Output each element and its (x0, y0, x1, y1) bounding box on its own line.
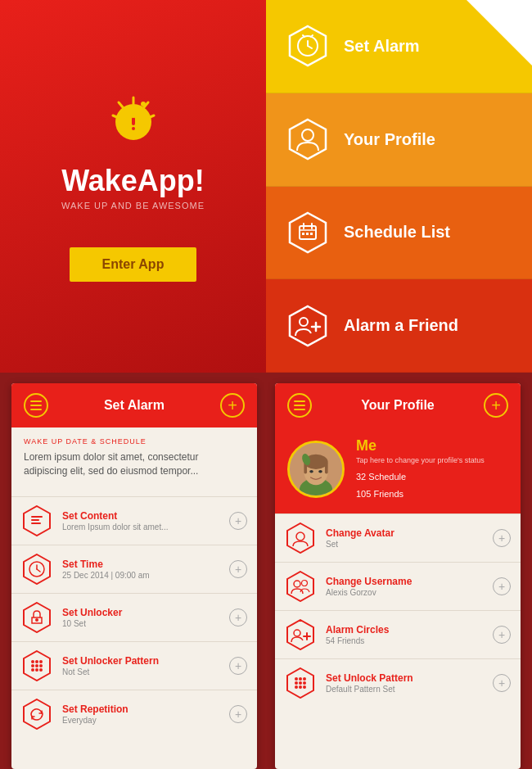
svg-rect-36 (31, 516, 43, 518)
menu-your-profile-label: Your Profile (344, 130, 435, 149)
svg-rect-56 (294, 400, 305, 402)
profile-screen-title: Your Profile (361, 398, 435, 413)
set-unlock-pattern-sub: Default Pattern Set (326, 685, 493, 694)
set-unlock-pattern-icon (285, 667, 316, 699)
alarm-circles-sub: 54 Friends (326, 636, 493, 645)
profile-friends-count: 105 Friends (356, 487, 485, 501)
profile-avatar[interactable] (287, 441, 345, 498)
profile-menu-icon[interactable] (287, 393, 312, 418)
menu-item-alarm-friend[interactable]: Alarm a Friend (266, 279, 532, 373)
svg-point-51 (39, 664, 43, 667)
your-profile-hex-icon (286, 118, 329, 161)
profile-add-icon[interactable]: + (484, 393, 508, 418)
logo-area: WakeApp! WAKE UP AND BE AWESOME (61, 91, 205, 211)
splash-panel: WakeApp! WAKE UP AND BE AWESOME Enter Ap… (0, 0, 266, 373)
enter-app-button[interactable]: Enter App (70, 247, 197, 282)
alarm-circles-info: Alarm Circles 54 Friends (326, 624, 493, 645)
set-time-title: Set Time (62, 559, 229, 570)
set-content-title: Set Content (62, 510, 229, 522)
set-content-icon (21, 505, 52, 536)
set-alarm-hex-icon (286, 25, 329, 67)
svg-line-9 (119, 102, 123, 107)
svg-point-29 (300, 318, 308, 326)
set-repetition-sub: Everyday (62, 716, 229, 725)
list-item-set-unlocker[interactable]: Set Unlocker 10 Set + (11, 593, 257, 641)
set-time-add-btn[interactable]: + (229, 560, 247, 578)
alarm-circles-title: Alarm Circles (326, 624, 493, 636)
set-repetition-add-btn[interactable]: + (229, 705, 247, 723)
alarm-friend-hex-icon (286, 305, 329, 347)
list-item-set-unlock-pattern[interactable]: Set Unlock Pattern Default Pattern Set + (275, 658, 521, 707)
change-username-title: Change Username (326, 576, 493, 587)
set-time-sub: 25 Dec 2014 | 09:00 am (62, 571, 229, 580)
svg-rect-34 (30, 409, 42, 410)
svg-point-3 (132, 127, 135, 130)
list-item-set-unlocker-pattern[interactable]: Set Unlocker Pattern Not Set + (11, 641, 257, 690)
svg-point-86 (303, 685, 306, 689)
menu-item-your-profile[interactable]: Your Profile (266, 93, 532, 187)
set-repetition-info: Set Repetition Everyday (62, 703, 229, 725)
svg-point-11 (141, 102, 146, 106)
svg-rect-64 (325, 462, 328, 474)
svg-rect-27 (310, 233, 313, 235)
set-unlocker-pattern-title: Set Unlocker Pattern (62, 655, 229, 667)
svg-rect-33 (30, 405, 42, 406)
change-avatar-sub: Set (326, 540, 493, 549)
set-alarm-body: WAKE UP DATE & SCHEDULE Lorem ipsum dolo… (11, 427, 257, 496)
alarm-logo-icon (101, 91, 166, 156)
alarm-circles-add-btn[interactable]: + (493, 626, 511, 644)
svg-point-52 (31, 668, 34, 672)
set-alarm-add-icon[interactable]: + (220, 393, 245, 418)
list-item-change-avatar[interactable]: Change Avatar Set + (275, 513, 521, 562)
svg-line-17 (311, 35, 313, 37)
change-avatar-add-btn[interactable]: + (493, 529, 511, 547)
profile-screen-header: Your Profile + (275, 383, 521, 513)
alarm-circles-icon (285, 619, 316, 650)
list-item-change-username[interactable]: Change Username Alexis Gorzov + (275, 562, 521, 610)
set-unlocker-title: Set Unlocker (62, 607, 229, 618)
svg-line-15 (308, 46, 312, 48)
svg-point-84 (295, 685, 298, 689)
set-unlocker-pattern-sub: Not Set (62, 667, 229, 676)
app-title: WakeApp! (61, 165, 205, 197)
svg-point-83 (303, 681, 306, 685)
svg-line-16 (303, 35, 304, 37)
svg-point-46 (31, 660, 34, 663)
svg-point-85 (299, 685, 302, 689)
list-item-alarm-circles[interactable]: Alarm Circles 54 Friends + (275, 610, 521, 658)
list-item-set-repetition[interactable]: Set Repetition Everyday + (11, 690, 257, 738)
set-alarm-description: Lorem ipsum dolor sit amet, consectetur … (24, 450, 245, 478)
list-item-set-time[interactable]: Set Time 25 Dec 2014 | 09:00 am + (11, 545, 257, 593)
set-time-info: Set Time 25 Dec 2014 | 09:00 am (62, 559, 229, 580)
svg-rect-38 (31, 522, 41, 524)
set-content-add-btn[interactable]: + (229, 512, 247, 530)
set-time-icon (21, 554, 52, 585)
profile-text-info: Me Tap here to change your profile's sta… (356, 437, 485, 501)
set-unlocker-pattern-add-btn[interactable]: + (229, 657, 247, 675)
set-alarm-menu-icon[interactable] (24, 393, 48, 418)
change-username-add-btn[interactable]: + (493, 577, 511, 595)
change-avatar-info: Change Avatar Set (326, 527, 493, 549)
svg-point-81 (295, 681, 298, 685)
svg-marker-68 (287, 523, 313, 553)
menu-item-schedule-list[interactable]: Schedule List (266, 187, 532, 280)
svg-rect-37 (31, 519, 39, 521)
avatar-image (290, 441, 342, 498)
set-content-info: Set Content Lorem Ipsum dolor sit amet..… (62, 510, 229, 532)
svg-point-19 (302, 129, 313, 141)
set-alarm-screen-title: Set Alarm (104, 398, 165, 413)
list-item-set-content[interactable]: Set Content Lorem Ipsum dolor sit amet..… (11, 496, 257, 545)
profile-info-area: Me Tap here to change your profile's sta… (275, 427, 521, 513)
set-unlock-pattern-title: Set Unlock Pattern (326, 672, 493, 684)
menu-set-alarm-label: Set Alarm (344, 37, 420, 56)
schedule-list-hex-icon (286, 211, 329, 254)
set-unlocker-add-btn[interactable]: + (229, 608, 247, 627)
svg-rect-25 (302, 233, 304, 235)
set-unlocker-pattern-info: Set Unlocker Pattern Not Set (62, 655, 229, 676)
set-unlock-pattern-add-btn[interactable]: + (493, 674, 511, 692)
top-row: WakeApp! WAKE UP AND BE AWESOME Enter Ap… (0, 0, 532, 373)
bottom-row: Set Alarm + WAKE UP DATE & SCHEDULE Lore… (0, 383, 532, 769)
set-unlocker-sub: 10 Set (62, 619, 229, 628)
change-username-info: Change Username Alexis Gorzov (326, 576, 493, 597)
svg-marker-55 (24, 699, 50, 729)
